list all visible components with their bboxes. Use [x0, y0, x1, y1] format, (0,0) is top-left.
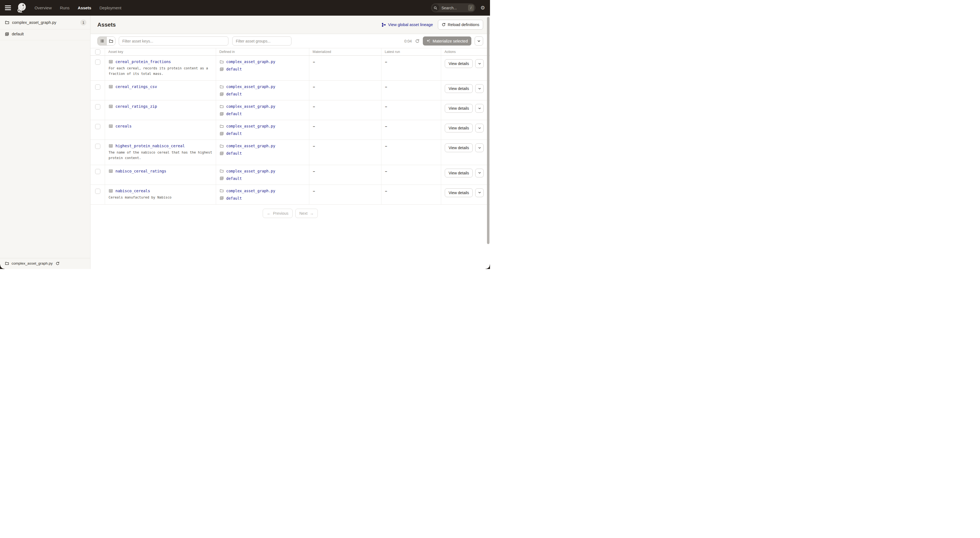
asset-group-icon: [220, 112, 224, 116]
row-checkbox[interactable]: [95, 189, 100, 194]
filter-asset-keys-input[interactable]: [119, 37, 228, 46]
latest-run-value: –: [385, 60, 387, 64]
view-details-button[interactable]: View details: [445, 124, 473, 132]
row-actions-dropdown[interactable]: [475, 143, 484, 152]
row-actions-dropdown[interactable]: [475, 124, 484, 132]
defined-in-file-link[interactable]: complex_asset_graph.py: [226, 124, 275, 128]
folder-icon: [220, 124, 224, 128]
asset-key-link[interactable]: cereal_protein_fractions: [115, 59, 171, 64]
defined-in-group-link[interactable]: default: [226, 151, 242, 156]
defined-in-file-link[interactable]: complex_asset_graph.py: [226, 189, 275, 193]
row-checkbox[interactable]: [95, 169, 100, 174]
defined-in-group-link[interactable]: default: [226, 131, 242, 136]
nav-item-runs[interactable]: Runs: [60, 5, 70, 10]
previous-page-button[interactable]: ← Previous: [262, 209, 293, 218]
view-details-button[interactable]: View details: [445, 143, 473, 152]
materialize-selected-button[interactable]: Materialize selected: [423, 37, 471, 46]
vertical-scrollbar[interactable]: [487, 17, 490, 244]
row-actions-dropdown[interactable]: [475, 188, 484, 197]
folder-icon: [5, 261, 9, 266]
latest-run-value: –: [385, 144, 387, 148]
search-input[interactable]: Search... /: [431, 3, 476, 12]
defined-in-group-link[interactable]: default: [226, 67, 242, 71]
nav-item-deployment[interactable]: Deployment: [100, 5, 121, 10]
row-actions-dropdown[interactable]: [475, 59, 484, 68]
table-row: cereal_protein_fractions For each cereal…: [91, 56, 490, 81]
defined-in-file-link[interactable]: complex_asset_graph.py: [226, 104, 275, 108]
asset-description: The name of the nabisco cereal that has …: [108, 150, 213, 161]
main-menu: Overview Runs Assets Deployment: [35, 5, 121, 10]
defined-in-file-link[interactable]: complex_asset_graph.py: [226, 84, 275, 89]
row-checkbox[interactable]: [95, 124, 100, 129]
table-row: nabisco_cereal_ratings complex_asset_gra…: [91, 165, 490, 185]
sidebar-item-group-default[interactable]: default: [0, 29, 90, 38]
next-page-button[interactable]: Next →: [295, 209, 318, 218]
chevron-down-icon: [478, 192, 481, 194]
defined-in-group-link[interactable]: default: [226, 92, 242, 96]
column-header-materialized: Materialized: [309, 48, 382, 56]
folder-icon: [5, 20, 10, 25]
materialize-options-dropdown[interactable]: [475, 37, 483, 46]
asset-key-link[interactable]: cereal_ratings_zip: [115, 104, 157, 108]
dagster-logo-icon[interactable]: [15, 2, 27, 14]
refresh-icon[interactable]: [415, 39, 420, 43]
reload-icon[interactable]: [56, 262, 59, 266]
asset-key-link[interactable]: cereal_ratings_csv: [115, 84, 157, 89]
materialize-button-label: Materialize selected: [433, 39, 468, 43]
row-checkbox[interactable]: [95, 104, 100, 110]
gear-icon[interactable]: ⚙: [480, 5, 486, 10]
row-checkbox[interactable]: [95, 59, 100, 65]
asset-table-icon: [108, 169, 113, 173]
materialized-value: –: [313, 124, 315, 129]
previous-label: Previous: [273, 211, 288, 215]
next-label: Next: [299, 211, 308, 215]
folder-icon: [220, 85, 224, 89]
materialized-value: –: [313, 144, 315, 148]
folder-view-button[interactable]: [107, 37, 115, 45]
asset-key-link[interactable]: nabisco_cereals: [115, 189, 150, 193]
table-row: highest_protein_nabisco_cereal The name …: [91, 140, 490, 165]
list-view-button[interactable]: [98, 37, 107, 45]
sidebar-item-repo[interactable]: complex_asset_graph.py 1: [0, 16, 90, 29]
view-details-button[interactable]: View details: [445, 84, 473, 93]
defined-in-group-link[interactable]: default: [226, 176, 242, 181]
view-details-button[interactable]: View details: [445, 59, 473, 68]
defined-in-group-link[interactable]: default: [226, 196, 242, 201]
nav-item-assets[interactable]: Assets: [78, 5, 91, 10]
reload-definitions-button[interactable]: Reload definitions: [438, 20, 483, 30]
materialized-value: –: [313, 189, 315, 193]
row-actions-dropdown[interactable]: [475, 169, 484, 177]
sparkles-icon: [426, 39, 431, 43]
asset-key-link[interactable]: nabisco_cereal_ratings: [115, 169, 166, 173]
defined-in-file-link[interactable]: complex_asset_graph.py: [226, 144, 275, 148]
chevron-down-icon: [478, 88, 481, 90]
select-all-checkbox[interactable]: [95, 49, 100, 54]
view-details-button[interactable]: View details: [445, 188, 473, 197]
nav-item-overview[interactable]: Overview: [35, 5, 52, 10]
defined-in-group-link[interactable]: default: [226, 111, 242, 116]
row-checkbox[interactable]: [95, 144, 100, 149]
latest-run-value: –: [385, 124, 387, 129]
table-row: nabisco_cereals Cereals manufactured by …: [91, 185, 490, 205]
page-header: Assets View global asset lineage Reload …: [91, 16, 490, 34]
asset-key-link[interactable]: highest_protein_nabisco_cereal: [115, 144, 185, 148]
view-details-button[interactable]: View details: [445, 169, 473, 177]
column-header-defined-in: Defined in: [216, 48, 309, 56]
view-details-button[interactable]: View details: [445, 104, 473, 113]
table-row: cereal_ratings_csv complex_asset_graph.p…: [91, 81, 490, 100]
assets-table: Asset key Defined in Materialized Latest…: [91, 48, 490, 205]
defined-in-file-link[interactable]: complex_asset_graph.py: [226, 169, 275, 173]
view-global-asset-lineage-link[interactable]: View global asset lineage: [382, 22, 433, 27]
defined-in-file-link[interactable]: complex_asset_graph.py: [226, 59, 275, 64]
refresh-timer: 0:04: [404, 39, 412, 43]
row-actions-dropdown[interactable]: [475, 84, 484, 93]
filter-asset-groups-input[interactable]: [232, 37, 291, 46]
row-checkbox[interactable]: [95, 84, 100, 90]
folder-icon: [220, 189, 224, 193]
asset-key-link[interactable]: cereals: [115, 124, 132, 128]
row-actions-dropdown[interactable]: [475, 104, 484, 113]
reload-button-label: Reload definitions: [448, 22, 479, 27]
hamburger-menu-icon[interactable]: [4, 4, 12, 12]
folder-icon: [220, 144, 224, 148]
asset-group-icon: [220, 92, 224, 96]
